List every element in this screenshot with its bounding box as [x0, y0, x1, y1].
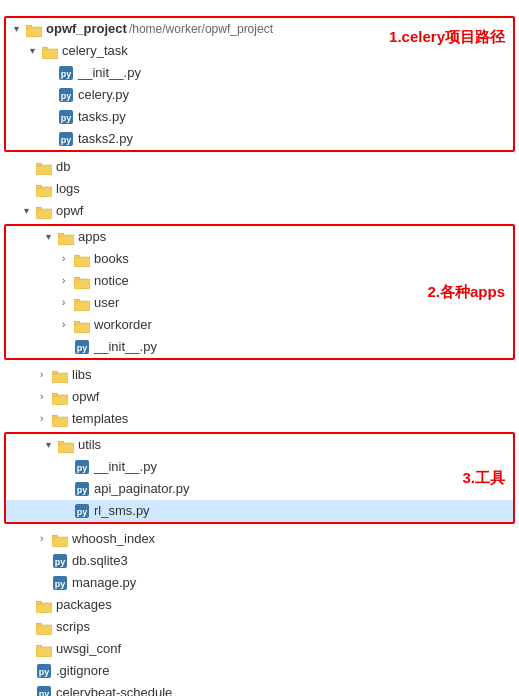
tree-row[interactable]: db.sqlite3 — [0, 550, 519, 572]
folder-icon — [74, 297, 90, 310]
tree-row[interactable]: celery.py — [6, 84, 513, 106]
py-file-icon — [74, 503, 90, 519]
tree-row[interactable]: __init__.py — [6, 62, 513, 84]
box-apps: 2.各种apps ▾ apps › books › notice — [4, 224, 515, 360]
tree-row[interactable]: __init__.py — [6, 456, 513, 478]
item-label: notice — [94, 271, 129, 291]
arrow-spacer — [40, 573, 52, 593]
py-file-icon — [58, 65, 74, 81]
tree-row[interactable]: db — [0, 156, 519, 178]
tree-row[interactable]: packages — [0, 594, 519, 616]
py-file-icon — [58, 109, 74, 125]
tree-row[interactable]: manage.py — [0, 572, 519, 594]
item-label: manage.py — [72, 573, 136, 593]
arrow-spacer — [24, 179, 36, 199]
item-label: books — [94, 249, 129, 269]
py-file-icon — [58, 87, 74, 103]
arrow-spacer — [46, 85, 58, 105]
arrow-spacer — [24, 595, 36, 615]
tree-row[interactable]: › templates — [0, 408, 519, 430]
tree-row[interactable]: ▾ apps — [6, 226, 513, 248]
tree-row-selected[interactable]: rl_sms.py — [6, 500, 513, 522]
item-label: rl_sms.py — [94, 501, 150, 521]
arrow-spacer — [24, 617, 36, 637]
tree-row[interactable]: .gitignore — [0, 660, 519, 682]
folder-icon — [36, 183, 52, 196]
item-label: opwf_project — [46, 19, 127, 39]
item-label: apps — [78, 227, 106, 247]
arrow-spacer — [24, 683, 36, 696]
item-label: utils — [78, 435, 101, 455]
annotation-3: 3.工具 — [462, 469, 505, 488]
tree-row[interactable]: › workorder — [6, 314, 513, 336]
tree-row[interactable]: › whoosh_index — [0, 528, 519, 550]
item-label: .gitignore — [56, 661, 109, 681]
arrow-icon: › — [40, 529, 52, 549]
folder-icon — [36, 205, 52, 218]
arrow-icon: › — [62, 293, 74, 313]
annotation-1: 1.celery项目路径 — [389, 28, 505, 47]
arrow-spacer — [46, 63, 58, 83]
arrow-icon: ▾ — [14, 19, 26, 39]
item-label: __init__.py — [94, 337, 157, 357]
folder-icon — [74, 275, 90, 288]
item-label: user — [94, 293, 119, 313]
arrow-icon: › — [40, 387, 52, 407]
tree-row[interactable]: api_paginator.py — [6, 478, 513, 500]
item-label: whoosh_index — [72, 529, 155, 549]
tree-row[interactable]: uwsgi_conf — [0, 638, 519, 660]
tree-row[interactable]: __init__.py — [6, 336, 513, 358]
tree-row[interactable]: logs — [0, 178, 519, 200]
py-file-icon — [74, 459, 90, 475]
arrow-spacer — [62, 479, 74, 499]
item-label: uwsgi_conf — [56, 639, 121, 659]
tree-row[interactable]: scrips — [0, 616, 519, 638]
tree-row[interactable]: celerybeat-schedule — [0, 682, 519, 696]
py-file-icon — [52, 575, 68, 591]
arrow-icon: › — [62, 249, 74, 269]
tree-row[interactable]: tasks2.py — [6, 128, 513, 150]
folder-icon — [52, 413, 68, 426]
item-label: opwf — [56, 201, 83, 221]
item-label: __init__.py — [94, 457, 157, 477]
folder-icon — [52, 369, 68, 382]
arrow-icon: ▾ — [24, 201, 36, 221]
arrow-spacer — [62, 457, 74, 477]
py-file-icon — [52, 553, 68, 569]
folder-icon — [52, 391, 68, 404]
arrow-spacer — [24, 661, 36, 681]
folder-icon — [26, 23, 42, 36]
arrow-spacer — [24, 157, 36, 177]
item-label: opwf — [72, 387, 99, 407]
folder-icon — [58, 439, 74, 452]
arrow-icon: ▾ — [46, 227, 58, 247]
py-file-icon — [36, 685, 52, 696]
item-label: scrips — [56, 617, 90, 637]
annotation-2: 2.各种apps — [427, 283, 505, 302]
tree-row[interactable]: › books — [6, 248, 513, 270]
arrow-icon: ▾ — [46, 435, 58, 455]
arrow-icon: › — [62, 315, 74, 335]
item-label: celery_task — [62, 41, 128, 61]
item-label: workorder — [94, 315, 152, 335]
arrow-spacer — [40, 551, 52, 571]
item-label: tasks2.py — [78, 129, 133, 149]
folder-icon — [58, 231, 74, 244]
arrow-spacer — [46, 107, 58, 127]
tree-row[interactable]: › libs — [0, 364, 519, 386]
item-label: __init__.py — [78, 63, 141, 83]
item-label: db.sqlite3 — [72, 551, 128, 571]
arrow-spacer — [24, 639, 36, 659]
tree-row[interactable]: ▾ utils — [6, 434, 513, 456]
item-label: celery.py — [78, 85, 129, 105]
arrow-spacer — [46, 129, 58, 149]
arrow-icon: › — [40, 409, 52, 429]
tree-row[interactable]: ▾ opwf — [0, 200, 519, 222]
tree-row[interactable]: › opwf — [0, 386, 519, 408]
folder-icon — [74, 253, 90, 266]
tree-row[interactable]: tasks.py — [6, 106, 513, 128]
item-label: logs — [56, 179, 80, 199]
folder-icon — [36, 621, 52, 634]
folder-icon — [36, 599, 52, 612]
folder-icon — [36, 643, 52, 656]
